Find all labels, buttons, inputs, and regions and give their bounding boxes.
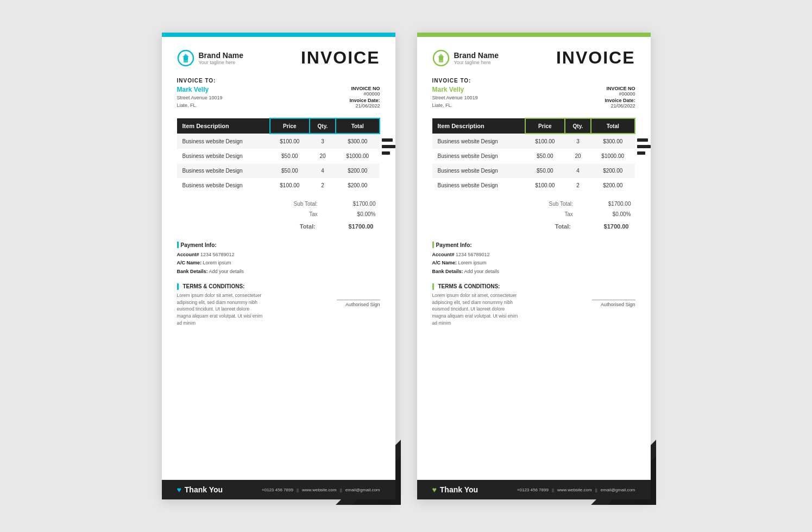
item-total: $300.00 [336,134,380,149]
payment-section: Payment Info: Account# 1234 56789012 A/C… [432,242,635,276]
items-table: Item Description Price Qty. Total Busine… [177,118,380,193]
invoice-footer: ♥ Thank You +0123 456 7899 || www.websit… [417,480,651,499]
invoice-no: #00000 [605,91,635,97]
item-qty: 2 [310,178,336,193]
item-total: $200.00 [591,163,635,178]
top-accent-bar [417,33,651,37]
svg-rect-4 [382,151,390,155]
terms-accent-bar [432,283,434,290]
invoice-title: INVOICE [301,48,380,68]
invoice-date: 21/06/2022 [349,103,380,109]
tax-row: Tax $0.00% [273,210,379,219]
item-price: $50.00 [525,149,565,163]
totals-table: Sub Total: $1700.00 Tax $0.00% Total: $1… [272,198,380,234]
item-price: $100.00 [525,134,565,149]
client-address: Street Avenue 10019Liate, FL. [432,94,478,109]
item-description: Business website Design [432,149,525,163]
item-total: $300.00 [591,134,635,149]
terms-accent-bar [177,283,179,290]
item-price: $50.00 [270,149,310,163]
table-row: Business website Design $100.00 3 $300.0… [432,134,635,149]
table-row: Business website Design $100.00 2 $200.0… [177,178,380,193]
terms-section: TERMS & CONDITIONS: Lorem ipsum dolor si… [162,283,395,327]
footer-email: email@gmail.com [345,487,380,492]
item-qty: 20 [310,149,336,163]
header-description: Item Description [432,118,525,134]
thank-you: ♥ Thank You [432,485,479,494]
svg-rect-3 [382,145,395,148]
invoice-no-label: INVOICE NO [605,86,635,91]
item-price: $100.00 [270,178,310,193]
client-name: Mark Velly [432,86,478,93]
footer-phone: +0123 456 7899 [517,487,549,492]
invoice-title: INVOICE [556,48,635,68]
tax-label: Tax [273,210,321,219]
item-total: $1000.00 [591,149,635,163]
svg-rect-11 [170,448,188,451]
items-table: Item Description Price Qty. Total Busine… [432,118,635,193]
svg-rect-15 [637,138,648,142]
svg-rect-16 [637,145,651,148]
terms-section: TERMS & CONDITIONS: Lorem ipsum dolor si… [417,283,651,327]
subtotal-row: Sub Total: $1700.00 [273,199,379,208]
payment-info: Payment Info: Account# 1234 56789012 A/C… [177,242,380,276]
brand-section: Brand Name Your tagline here [432,49,499,67]
contact-info: +0123 456 7899 || www.website.com || ema… [262,487,380,492]
table-row: Business website Design $50.00 20 $1000.… [177,149,380,163]
corner-stripes-bl [425,442,447,477]
authorised-sign: Authorised Sign [337,302,380,307]
heart-icon: ♥ [432,485,437,494]
svg-rect-17 [637,151,645,155]
table-row: Business website Design $50.00 4 $200.00 [432,163,635,178]
client-info: Mark Velly Street Avenue 10019Liate, FL. [432,86,478,109]
item-description: Business website Design [432,163,525,178]
invoice-date-label: Invoice Date: [349,98,380,103]
item-description: Business website Design [432,178,525,193]
item-price: $50.00 [525,163,565,178]
thank-you-text: Thank You [185,485,223,494]
terms-text: Lorem ipsum dolor sit amet, consectetuer… [432,292,520,327]
sign-line [592,300,635,300]
heart-icon: ♥ [177,485,181,494]
total-label: Total: [528,220,576,233]
subtotal-label: Sub Total: [273,199,321,208]
table-row: Business website Design $100.00 2 $200.0… [432,178,635,193]
bill-section: Mark Velly Street Avenue 10019Liate, FL.… [177,86,380,109]
item-qty: 3 [565,134,591,149]
item-price: $50.00 [270,163,310,178]
svg-rect-25 [425,454,436,457]
table-row: Business website Design $50.00 4 $200.00 [177,163,380,178]
svg-rect-12 [170,454,181,457]
item-price: $100.00 [270,134,310,149]
invoice-header: Brand Name Your tagline here INVOICE [177,48,380,68]
total-value: $1700.00 [322,220,379,233]
client-info: Mark Velly Street Avenue 10019Liate, FL. [177,86,223,109]
payment-accent-bar [432,242,434,248]
invoice-date: 21/06/2022 [605,103,635,109]
brand-name: Brand Name [199,51,243,60]
total-label: Total: [273,220,321,233]
terms-title: TERMS & CONDITIONS: [177,283,337,290]
invoice-card: Brand Name Your tagline here INVOICE INV… [417,33,651,499]
tax-value: $0.00% [322,210,379,219]
footer-website: www.website.com [302,487,337,492]
authorised-sign: Authorised Sign [592,302,635,307]
footer-website: www.website.com [557,487,592,492]
brand-section: Brand Name Your tagline here [177,49,243,67]
subtotal-label: Sub Total: [528,199,576,208]
totals-table: Sub Total: $1700.00 Tax $0.00% Total: $1… [527,198,635,234]
payment-section: Payment Info: Account# 1234 56789012 A/C… [177,242,380,276]
subtotal-row: Sub Total: $1700.00 [528,199,634,208]
footer-email: email@gmail.com [601,487,635,492]
svg-rect-24 [425,448,444,451]
item-total: $200.00 [336,163,380,178]
total-row: Total: $1700.00 [273,220,379,233]
invoice-body: Brand Name Your tagline here INVOICE INV… [417,33,651,276]
invoice-to-label: INVOICE TO: [177,78,380,84]
item-description: Business website Design [177,149,270,163]
payment-accent-bar [177,242,179,248]
item-description: Business website Design [177,178,270,193]
payment-title: Payment Info: [177,242,380,248]
invoice-card: Brand Name Your tagline here INVOICE INV… [162,33,395,499]
invoice-no-label: INVOICE NO [349,86,380,91]
